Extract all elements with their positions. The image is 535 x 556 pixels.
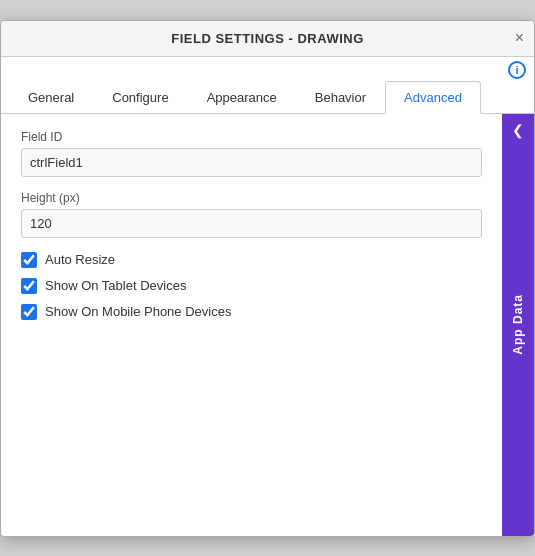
show-tablet-checkbox[interactable] [21,278,37,294]
field-id-group: Field ID [21,130,482,177]
show-mobile-checkbox[interactable] [21,304,37,320]
height-label: Height (px) [21,191,482,205]
app-data-panel[interactable]: ❮ App Data [502,114,534,536]
content-area: Field ID Height (px) Auto Resize Show On… [1,114,534,536]
info-bar: i [1,57,534,81]
tab-general[interactable]: General [9,81,93,114]
field-id-label: Field ID [21,130,482,144]
show-tablet-item[interactable]: Show On Tablet Devices [21,278,482,294]
dialog-title: FIELD SETTINGS - DRAWING [171,31,364,46]
auto-resize-checkbox[interactable] [21,252,37,268]
main-content: Field ID Height (px) Auto Resize Show On… [1,114,502,536]
show-tablet-label: Show On Tablet Devices [45,278,186,293]
auto-resize-label: Auto Resize [45,252,115,267]
height-input[interactable] [21,209,482,238]
dialog: FIELD SETTINGS - DRAWING × i General Con… [0,20,535,537]
close-button[interactable]: × [515,30,524,46]
tab-appearance[interactable]: Appearance [188,81,296,114]
tabs-bar: General Configure Appearance Behavior Ad… [1,81,534,114]
checkbox-group: Auto Resize Show On Tablet Devices Show … [21,252,482,320]
tab-configure[interactable]: Configure [93,81,187,114]
chevron-icon: ❮ [512,122,524,138]
height-group: Height (px) [21,191,482,238]
bottom-spacer [21,320,482,520]
app-data-label: App Data [511,294,525,355]
show-mobile-item[interactable]: Show On Mobile Phone Devices [21,304,482,320]
tab-behavior[interactable]: Behavior [296,81,385,114]
field-id-input[interactable] [21,148,482,177]
tab-advanced[interactable]: Advanced [385,81,481,114]
title-bar: FIELD SETTINGS - DRAWING × [1,21,534,57]
info-icon[interactable]: i [508,61,526,79]
auto-resize-item[interactable]: Auto Resize [21,252,482,268]
show-mobile-label: Show On Mobile Phone Devices [45,304,231,319]
